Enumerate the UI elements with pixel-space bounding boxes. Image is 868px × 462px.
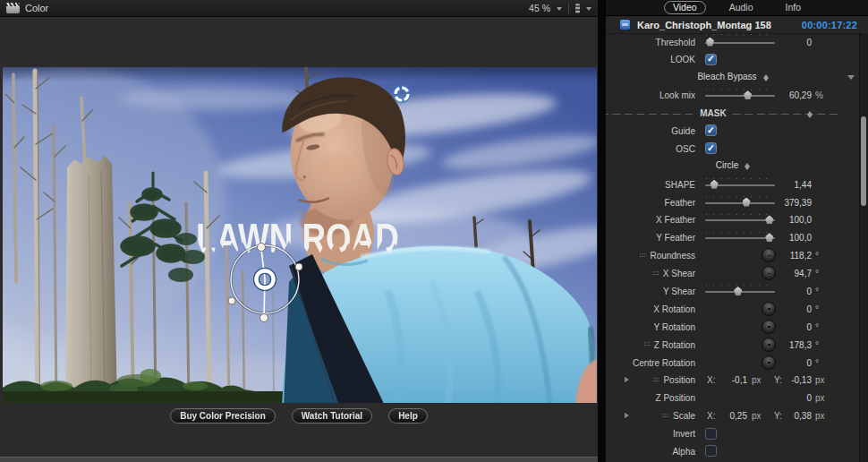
viewer-bottom-strip [0, 457, 598, 462]
tab-video[interactable]: Video [664, 1, 706, 14]
param-label: ∶∶∶Roundness [606, 251, 695, 261]
y-rotation-dial[interactable] [762, 320, 776, 334]
param-label: ∶∶∶X Shear [606, 269, 695, 278]
param-unit: ° [815, 304, 819, 314]
viewer-title: Color [25, 3, 48, 13]
param-value[interactable]: 100,0 [789, 215, 812, 225]
param-value[interactable]: 0 [806, 287, 812, 296]
param-label: Invert [606, 429, 695, 439]
x-value[interactable]: -0,1 [719, 375, 747, 385]
tab-audio[interactable]: Audio [720, 1, 762, 14]
keyframe-indicator-icon: ∶∶∶ [653, 376, 660, 385]
viewer-titlebar: Color 45 % [0, 0, 598, 17]
param-value[interactable]: 0 [806, 38, 812, 47]
viewer-canvas: LAWN ROAD [0, 17, 598, 458]
centre-rotation-dial[interactable] [762, 355, 776, 370]
scrollbar-thumb[interactable] [861, 116, 866, 206]
slider-ticks [706, 90, 774, 90]
alpha-checkbox[interactable] [705, 445, 717, 457]
view-options-icon[interactable] [575, 4, 580, 13]
viewer-button-row: Buy Color Precision Watch Tutorial Help [0, 408, 598, 424]
param-value[interactable]: 100,0 [789, 233, 812, 243]
param-value[interactable]: 178,3 [789, 340, 812, 350]
x-value[interactable]: 0,25 [719, 411, 747, 421]
param-value[interactable]: 94,7 [795, 269, 812, 278]
popup-updown-icon [763, 72, 770, 81]
slider-track[interactable] [705, 95, 775, 97]
slider-handle[interactable] [734, 287, 742, 295]
y-value[interactable]: -0,13 [781, 375, 812, 385]
keyframe-indicator-icon: ∶∶∶ [663, 412, 669, 421]
slider-track[interactable] [705, 219, 775, 221]
slider-handle[interactable] [765, 233, 773, 242]
tab-info[interactable]: Info [777, 1, 811, 14]
param-label: Y Feather [606, 233, 695, 243]
param-value[interactable]: 0 [806, 358, 812, 368]
osc-checkbox[interactable]: ✓ [705, 142, 717, 154]
param-value[interactable]: 0 [806, 304, 812, 314]
viewer-pane: Color 45 % [0, 0, 598, 462]
param-row-feather: Feather379,39 [606, 193, 860, 211]
bleach-bypass-popup[interactable]: Bleach Bypass [677, 72, 789, 81]
param-value[interactable]: 0 [806, 322, 812, 332]
osc-bottom-handle[interactable] [260, 314, 268, 322]
buy-color-precision-button[interactable]: Buy Color Precision [170, 408, 276, 424]
param-value[interactable]: 0 [806, 393, 812, 403]
param-unit: ° [815, 287, 819, 296]
param-label: ∶∶∶Scale [606, 411, 695, 421]
param-row-circle: Circle [606, 158, 860, 175]
slider-handle[interactable] [711, 180, 719, 189]
slider-handle[interactable] [706, 38, 714, 47]
param-label: SHAPE [606, 180, 695, 190]
z-rotation-dial[interactable] [762, 338, 776, 352]
slider-handle[interactable] [743, 198, 751, 207]
param-row-position: ∶∶∶PositionX:-0,1pxY:-0,13px [606, 372, 860, 389]
param-unit: % [815, 90, 823, 100]
parameter-menu-caret-icon[interactable] [847, 75, 855, 83]
x-rotation-dial[interactable] [762, 302, 776, 316]
param-row-x-shear: ∶∶∶X Shear94,7° [606, 265, 860, 283]
param-label: Y Rotation [606, 322, 695, 332]
guide-checkbox[interactable]: ✓ [705, 124, 717, 136]
param-row-y-rotation: Y Rotation0° [606, 318, 860, 336]
x-shear-dial[interactable] [762, 266, 776, 280]
slider-handle[interactable] [765, 215, 773, 224]
popup-updown-icon [745, 160, 751, 170]
pane-divider[interactable] [598, 0, 606, 462]
param-value[interactable]: 60,29 [789, 90, 812, 100]
param-value[interactable]: 1,44 [795, 180, 812, 190]
section-updown-icon[interactable] [807, 108, 813, 118]
param-value[interactable]: 379,39 [784, 198, 812, 208]
scrollbar[interactable] [859, 33, 868, 462]
slider-track[interactable] [705, 202, 775, 204]
osc-top-handle[interactable] [258, 244, 266, 252]
view-options-caret-down-icon[interactable] [586, 7, 591, 13]
y-value[interactable]: 0,38 [781, 411, 812, 421]
osc-left-handle[interactable] [228, 297, 235, 304]
osc-right-handle[interactable] [295, 263, 302, 270]
inspector-tabs: Video Audio Info [606, 0, 868, 16]
slider-handle[interactable] [744, 90, 752, 99]
clip-header: Karo_Christoph_Montag 158 00:00:17:22 [606, 16, 868, 34]
look-checkbox[interactable]: ✓ [705, 54, 717, 65]
video-frame[interactable]: LAWN ROAD [3, 67, 597, 403]
param-row-scale: ∶∶∶ScaleX:0,25pxY:0,38px [606, 407, 860, 425]
help-button[interactable]: Help [388, 408, 428, 424]
param-label: X Feather [606, 215, 695, 225]
param-value[interactable]: 118,2 [790, 251, 812, 261]
slider-track[interactable] [705, 237, 775, 239]
param-label: Guide [606, 126, 695, 136]
zoom-level[interactable]: 45 % [529, 3, 550, 13]
param-label: Centre Rotation [606, 358, 695, 368]
param-label: ∶∶∶Position [606, 375, 695, 385]
parameter-list: Threshold0LOOK✓Bleach BypassLook mix60,2… [606, 33, 860, 462]
param-row-look-mix: Look mix60,29% [606, 87, 860, 105]
slider-track[interactable] [705, 42, 775, 44]
zoom-caret-down-icon[interactable] [557, 7, 562, 13]
param-row-bleach-bypass: Bleach Bypass [606, 69, 860, 87]
invert-checkbox[interactable] [705, 428, 717, 440]
param-row-x-rotation: X Rotation0° [606, 300, 860, 318]
roundness-dial[interactable] [762, 248, 776, 262]
circle-popup[interactable]: Circle [677, 160, 789, 170]
watch-tutorial-button[interactable]: Watch Tutorial [292, 408, 372, 424]
